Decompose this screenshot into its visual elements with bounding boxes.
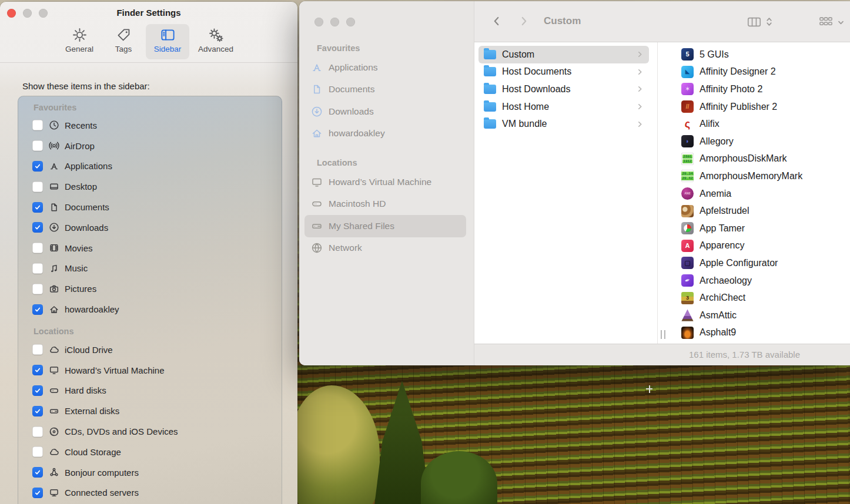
bonjour-icon: [49, 467, 59, 478]
folder-row[interactable]: Host Home: [478, 98, 649, 116]
item-label: Downloads: [65, 223, 108, 233]
checkbox[interactable]: [32, 120, 43, 130]
checkbox[interactable]: [32, 344, 43, 355]
view-mode-button[interactable]: [747, 16, 761, 28]
group-button[interactable]: [819, 16, 833, 28]
app-row[interactable]: ANEAnemia: [658, 185, 850, 203]
app-glyph: ▢: [684, 260, 690, 266]
app-row[interactable]: //Affinity Publisher 2: [658, 98, 850, 116]
checkbox[interactable]: [32, 446, 43, 457]
sidebar-item-howard-s-virtual-machine[interactable]: Howard’s Virtual Machine: [304, 171, 466, 193]
checkbox[interactable]: [32, 426, 43, 437]
sidebar-setting-row: Desktop: [18, 176, 282, 197]
item-label: Documents: [329, 84, 374, 95]
app-label: AmorphousMemoryMark: [700, 171, 802, 182]
folder-label: Host Home: [502, 102, 549, 112]
sidebar-item-network[interactable]: Network: [304, 237, 466, 260]
folder-row[interactable]: Custom: [478, 46, 649, 63]
folder-icon: [484, 102, 496, 112]
sidebar-setting-row: Documents: [18, 197, 282, 217]
checkbox[interactable]: [32, 182, 43, 192]
app-label: Asphalt9: [700, 327, 736, 338]
checkbox[interactable]: [32, 140, 43, 151]
home-icon: [49, 304, 59, 315]
chevron-right-sm-icon: [637, 51, 643, 58]
section-header: Favourites: [299, 38, 474, 56]
app-row[interactable]: App Tamer: [658, 220, 850, 237]
app-row[interactable]: 26911912AmorphousDiskMark: [658, 150, 850, 168]
app-row[interactable]: ✒Archaeology: [658, 272, 850, 290]
folder-row[interactable]: Host Documents: [478, 63, 649, 81]
sidebar-setting-row: Hard disks: [18, 381, 282, 401]
item-label: Desktop: [65, 182, 97, 191]
group-chevron-icon[interactable]: [838, 19, 844, 26]
tab-advanced[interactable]: Advanced: [192, 24, 240, 59]
chevron-right-sm-icon: [637, 121, 643, 127]
app-row[interactable]: ✶Affinity Photo 2: [658, 80, 850, 98]
checkbox[interactable]: [32, 243, 43, 253]
app-row[interactable]: AApparency: [658, 237, 850, 255]
film-icon: [49, 243, 59, 253]
checkbox[interactable]: [32, 263, 43, 274]
sidebar-item-documents[interactable]: Documents: [304, 79, 466, 101]
sidebar-item-applications[interactable]: Applications: [304, 56, 466, 79]
toolbar-title: Custom: [544, 15, 581, 27]
item-label: Hard disks: [65, 385, 106, 395]
checkbox[interactable]: [32, 467, 43, 478]
app-row[interactable]: ςAlifix: [658, 115, 850, 133]
app-row[interactable]: AsmAttic: [658, 307, 850, 324]
item-label: Movies: [65, 243, 93, 253]
checkbox[interactable]: [32, 222, 43, 233]
app-row[interactable]: 55 GUIs: [658, 46, 850, 63]
app-label: Affinity Publisher 2: [700, 102, 777, 112]
app-glyph: ◗: [685, 138, 690, 145]
chevron-right-sm-icon: [637, 103, 643, 110]
view-mode-arrows-icon[interactable]: [766, 16, 772, 28]
checkbox[interactable]: [32, 385, 43, 396]
checkbox[interactable]: [32, 365, 43, 375]
checkbox[interactable]: [32, 488, 43, 498]
folder-row[interactable]: VM bundle: [478, 115, 649, 133]
tab-sidebar[interactable]: Sidebar: [146, 24, 189, 59]
app-row[interactable]: 20.3420.42AmorphousMemoryMark: [658, 167, 850, 185]
checkbox[interactable]: [32, 406, 43, 416]
folder-row[interactable]: Host Downloads: [478, 80, 649, 98]
item-label: My Shared Files: [329, 221, 394, 231]
close-button[interactable]: [314, 18, 323, 26]
checkbox[interactable]: [32, 284, 43, 294]
sidebar-item-my-shared-files[interactable]: My Shared Files: [304, 215, 466, 237]
sidebar-settings-heading: Show these items in the sidebar:: [22, 81, 150, 91]
download-icon: [49, 222, 59, 233]
tab-general[interactable]: General: [58, 24, 101, 59]
app-glyph: A: [685, 243, 690, 249]
zoom-button[interactable]: [346, 18, 355, 26]
back-button[interactable]: [491, 15, 503, 27]
minimize-button[interactable]: [330, 18, 339, 26]
checkbox[interactable]: [32, 202, 43, 213]
app-row[interactable]: 3ArchiChect: [658, 289, 850, 307]
sidebar-item-downloads[interactable]: Downloads: [304, 100, 466, 123]
advanced-gears-icon: [208, 27, 224, 43]
archichect-app-icon: 3: [681, 292, 694, 304]
app-label: Apfelstrudel: [700, 206, 749, 216]
checkbox[interactable]: [32, 304, 43, 315]
home-icon: [311, 127, 323, 139]
sidebar-setting-row: Applications: [18, 156, 282, 177]
app-row[interactable]: Apfelstrudel: [658, 202, 850, 220]
app-label: Apparency: [700, 240, 745, 251]
cloud-icon: [49, 344, 59, 355]
sidebar-item-howardoakley[interactable]: howardoakley: [304, 123, 466, 145]
sidebar-item-macintosh-hd[interactable]: Macintosh HD: [304, 193, 466, 216]
camera-icon: [49, 284, 59, 294]
app-row[interactable]: Asphalt9: [658, 324, 850, 342]
app-row[interactable]: ▢Apple Configurator: [658, 254, 850, 272]
display-icon: [311, 176, 323, 188]
tab-tags[interactable]: Tags: [102, 24, 145, 59]
app-row[interactable]: ◗Allegory: [658, 133, 850, 150]
forward-button[interactable]: [518, 15, 530, 27]
affinity-designer-app-icon: ◣: [681, 66, 694, 78]
tab-label: Advanced: [192, 45, 240, 53]
checkbox[interactable]: [32, 161, 43, 172]
app-row[interactable]: ◣Affinity Designer 2: [658, 63, 850, 81]
sidebar-setting-row: Recents: [18, 115, 282, 136]
